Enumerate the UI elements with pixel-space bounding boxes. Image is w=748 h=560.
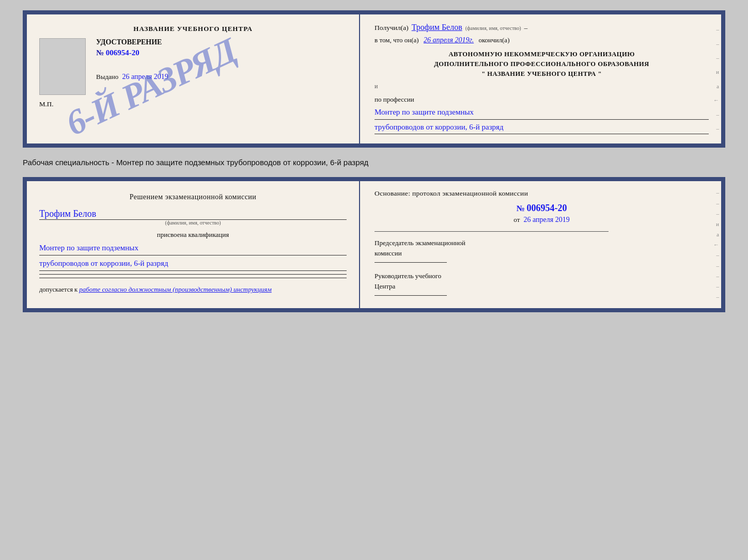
i-a-labels: и <box>375 83 709 90</box>
cert-vydano-date: 26 апреля 2019 <box>122 73 168 81</box>
cert-vydano: Выдано 26 апреля 2019 <box>96 73 347 81</box>
doc2-name-hw: Трофим Белов <box>39 209 347 220</box>
rukovoditel-line1: Руководитель учебного <box>375 271 709 281</box>
predsedatel-sign-line <box>375 262 447 263</box>
cert-udostoverenie-label: УДОСТОВЕРЕНИЕ <box>96 38 347 46</box>
cert-profession-line1: Монтер по защите подземных <box>375 106 709 120</box>
doc2-rukovoditel-block: Руководитель учебного Центра <box>375 271 709 296</box>
cert-number-value: 006954-20 <box>106 49 139 57</box>
photo-placeholder <box>39 38 86 95</box>
cert-po-professii-label: по профессии <box>375 95 709 104</box>
doc2-name-sublabel: (фамилия, имя, отчество) <box>39 220 347 226</box>
doc2-right-edge-labels: – – – и а ← – – – – – <box>713 181 719 308</box>
cert-right-panel: Получил(а) Трофим Белов (фамилия, имя, о… <box>360 14 721 143</box>
cert-mp: М.П. <box>39 100 347 108</box>
doc2-predsedatel-block: Председатель экзаменационной комиссии <box>375 238 709 263</box>
predsedatel-line2: комиссии <box>375 248 709 259</box>
certificate-top: НАЗВАНИЕ УЧЕБНОГО ЦЕНТРА УДОСТОВЕРЕНИЕ №… <box>23 10 725 148</box>
right-edge-labels: – – – и а ← – – <box>713 14 719 143</box>
cert-profession-line2: трубопроводов от коррозии, 6-й разряд <box>375 121 709 135</box>
cert-photo-area: УДОСТОВЕРЕНИЕ № 006954-20 Выдано 26 апре… <box>39 38 347 95</box>
name-sublabel: (фамилия, имя, отчество) <box>465 25 521 31</box>
cert-poluchil-row: Получил(а) Трофим Белов (фамилия, имя, о… <box>375 23 709 32</box>
doc2-protocol-number: № 006954-20 <box>375 203 709 214</box>
doc2-ot-date: 26 апреля 2019 <box>524 216 570 223</box>
cert-date-hw: 26 апреля 2019г. <box>424 36 474 44</box>
cert-school-name: НАЗВАНИЕ УЧЕБНОГО ЦЕНТРА <box>39 25 347 33</box>
caption-text: Рабочая специальность - Монтер по защите… <box>23 156 725 169</box>
cert-number: № 006954-20 <box>96 49 347 57</box>
recipient-name: Трофим Белов <box>412 23 462 32</box>
doc2-dopuskaetsya-hw: работе согласно должностным (производств… <box>79 285 271 293</box>
doc2-osnovanie: Основание: протокол экзаменационной коми… <box>375 189 709 198</box>
rukovoditel-line2: Центра <box>375 281 709 292</box>
cert-vtom-row: в том, что он(а) 26 апреля 2019г. окончи… <box>375 36 709 44</box>
doc2-qualification-line1: Монтер по защите подземных <box>39 241 347 255</box>
doc2-line1 <box>39 274 347 275</box>
poluchil-label: Получил(а) <box>375 24 409 32</box>
rukovoditel-sign-line <box>375 295 447 296</box>
i-label: и <box>375 83 378 90</box>
doc2-line2 <box>39 278 347 278</box>
predsedatel-line1: Председатель экзаменационной <box>375 238 709 248</box>
document-bottom: Решением экзаменационной комиссии Трофим… <box>23 177 725 312</box>
doc2-ot-underline <box>375 231 609 232</box>
cert-left-panel: НАЗВАНИЕ УЧЕБНОГО ЦЕНТРА УДОСТОВЕРЕНИЕ №… <box>27 14 360 143</box>
doc2-ot-row: от 26 апреля 2019 <box>375 216 709 224</box>
doc2-prisvoena-label: присвоена квалификация <box>39 231 347 239</box>
dash1: – <box>524 24 528 32</box>
doc2-title: Решением экзаменационной комиссии <box>39 191 347 202</box>
doc2-left-panel: Решением экзаменационной комиссии Трофим… <box>27 181 360 308</box>
doc2-right-panel: Основание: протокол экзаменационной коми… <box>360 181 721 308</box>
doc2-protocol-value: 006954-20 <box>527 203 567 213</box>
cert-org-block: АВТОНОМНУЮ НЕКОММЕРЧЕСКУЮ ОРГАНИЗАЦИЮ ДО… <box>375 50 709 78</box>
doc2-qualification-line2: трубопроводов от коррозии, 6-й разряд <box>39 257 347 271</box>
doc2-name-block: Трофим Белов (фамилия, имя, отчество) <box>39 209 347 226</box>
cert-middle-block: УДОСТОВЕРЕНИЕ № 006954-20 Выдано 26 апре… <box>96 38 347 81</box>
doc2-dopuskaetsya: допускается к работе согласно должностны… <box>39 285 347 294</box>
